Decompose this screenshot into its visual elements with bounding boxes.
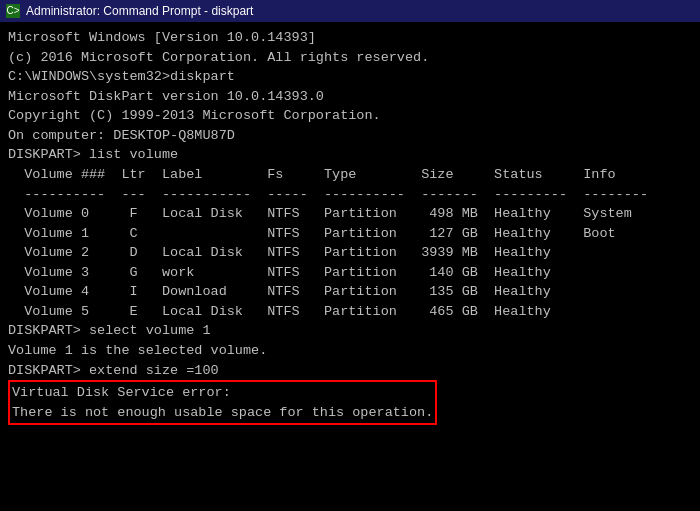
console-line: Copyright (C) 1999-2013 Microsoft Corpor… [8, 106, 692, 126]
console-line: Microsoft DiskPart version 10.0.14393.0 [8, 87, 692, 107]
console-line: Microsoft Windows [Version 10.0.14393] [8, 28, 692, 48]
console-line: DISKPART> extend size =100 [8, 361, 692, 381]
error-line: There is not enough usable space for thi… [12, 403, 433, 423]
title-text: Administrator: Command Prompt - diskpart [26, 4, 253, 18]
console-line: Volume 2 D Local Disk NTFS Partition 393… [8, 243, 692, 263]
console-line: DISKPART> list volume [8, 145, 692, 165]
console-line: C:\WINDOWS\system32>diskpart [8, 67, 692, 87]
console-line: Volume 4 I Download NTFS Partition 135 G… [8, 282, 692, 302]
console-line: Volume 3 G work NTFS Partition 140 GB He… [8, 263, 692, 283]
title-bar: C> Administrator: Command Prompt - diskp… [0, 0, 700, 22]
console-line: On computer: DESKTOP-Q8MU87D [8, 126, 692, 146]
console-line: ---------- --- ----------- ----- -------… [8, 185, 692, 205]
console-line: DISKPART> select volume 1 [8, 321, 692, 341]
console-line: Volume 1 is the selected volume. [8, 341, 692, 361]
console-line: Volume 0 F Local Disk NTFS Partition 498… [8, 204, 692, 224]
console-line: (c) 2016 Microsoft Corporation. All righ… [8, 48, 692, 68]
error-box: Virtual Disk Service error:There is not … [8, 380, 437, 425]
title-icon: C> [6, 4, 20, 18]
console-body: Microsoft Windows [Version 10.0.14393](c… [0, 22, 700, 431]
console-line: Volume ### Ltr Label Fs Type Size Status… [8, 165, 692, 185]
error-line: Virtual Disk Service error: [12, 383, 433, 403]
console-line: Volume 1 C NTFS Partition 127 GB Healthy… [8, 224, 692, 244]
console-line: Volume 5 E Local Disk NTFS Partition 465… [8, 302, 692, 322]
